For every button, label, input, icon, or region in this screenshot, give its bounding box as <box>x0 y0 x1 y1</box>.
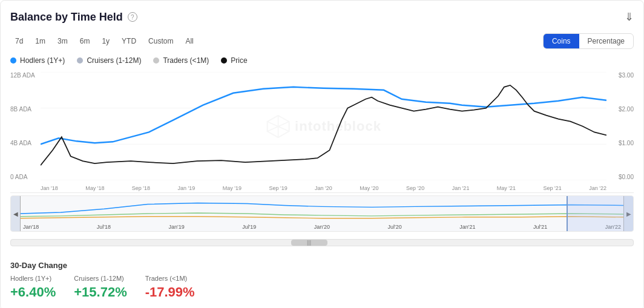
legend-cruisers: Cruisers (1-12M) <box>77 56 141 65</box>
change-traders-value: -17.99% <box>145 284 195 300</box>
change-cruisers-label: Cruisers (1-12M) <box>74 275 126 282</box>
controls-row: 7d 1m 3m 6m 1y YTD Custom All Coins Perc… <box>10 33 634 49</box>
time-buttons: 7d 1m 3m 6m 1y YTD Custom All <box>10 34 199 48</box>
legend-cruisers-dot <box>77 57 83 64</box>
x-axis-labels: Jan '18 May '18 Sep '18 Jan '19 May '19 … <box>41 185 606 191</box>
legend-price: Price <box>221 56 247 65</box>
legend-traders-label: Traders (<1M) <box>163 56 209 65</box>
time-btn-6m[interactable]: 6m <box>75 34 95 48</box>
time-btn-custom[interactable]: Custom <box>143 34 178 48</box>
change-cruisers-value: +15.72% <box>74 284 126 300</box>
page-title: Balance by Time Held <box>10 11 123 24</box>
x-label-may21: May '21 <box>497 185 516 191</box>
minimap[interactable]: ◀ ▶ Jan'18 Jul'18 Jan'19 Jul'19 Jan'20 J… <box>10 195 634 232</box>
y-label-4b: 4B ADA <box>10 140 41 146</box>
time-btn-1y[interactable]: 1y <box>97 34 114 48</box>
view-percentage-button[interactable]: Percentage <box>579 34 633 48</box>
y-axis-left: 12B ADA 8B ADA 4B ADA 0 ADA <box>10 72 41 180</box>
y-label-8b: 8B ADA <box>10 106 41 113</box>
view-toggle: Coins Percentage <box>543 33 634 49</box>
time-btn-3m[interactable]: 3m <box>53 34 73 48</box>
x-label-sep21: Sep '21 <box>544 185 562 191</box>
legend-hodlers: Hodlers (1Y+) <box>10 56 65 65</box>
x-label-jan21: Jan '21 <box>452 185 470 191</box>
change-columns: Hodlers (1Y+) +6.40% Cruisers (1-12M) +1… <box>10 275 634 300</box>
time-btn-1m[interactable]: 1m <box>30 34 50 48</box>
change-title: 30-Day Change <box>10 261 634 270</box>
scrollbar[interactable]: ||| <box>10 239 634 246</box>
legend-traders: Traders (<1M) <box>153 56 209 65</box>
minimap-x-labels: Jan'18 Jul'18 Jan'19 Jul'19 Jan'20 Jul'2… <box>21 196 623 231</box>
x-label-sep20: Sep '20 <box>406 185 424 191</box>
y-axis-right: $3.00 $2.00 $1.00 $0.00 <box>610 72 634 180</box>
header: Balance by Time Held ? ⇓ <box>10 10 634 24</box>
time-btn-all[interactable]: All <box>180 34 198 48</box>
change-cruisers: Cruisers (1-12M) +15.72% <box>74 275 126 300</box>
x-label-jan18: Jan '18 <box>41 185 58 191</box>
x-label-may18: May '18 <box>85 185 104 191</box>
change-hodlers-value: +6.40% <box>10 284 56 300</box>
y-label-3: $3.00 <box>610 72 634 79</box>
legend-price-label: Price <box>231 56 247 65</box>
header-left: Balance by Time Held ? <box>10 11 137 24</box>
legend-cruisers-label: Cruisers (1-12M) <box>87 56 141 65</box>
change-hodlers: Hodlers (1Y+) +6.40% <box>10 275 56 300</box>
scroll-thumb[interactable]: ||| <box>291 240 327 246</box>
x-label-jan19: Jan '19 <box>178 185 196 191</box>
change-traders-label: Traders (<1M) <box>145 275 195 282</box>
change-traders: Traders (<1M) -17.99% <box>145 275 195 300</box>
minimap-left-handle[interactable]: ◀ <box>11 196 21 231</box>
view-coins-button[interactable]: Coins <box>544 34 579 48</box>
chart-lines-svg <box>41 72 606 180</box>
x-label-sep19: Sep '19 <box>269 185 287 191</box>
x-label-may19: May '19 <box>223 185 242 191</box>
help-icon[interactable]: ? <box>128 12 137 22</box>
legend-hodlers-dot <box>10 57 16 64</box>
time-btn-7d[interactable]: 7d <box>10 34 28 48</box>
main-container: Balance by Time Held ? ⇓ 7d 1m 3m 6m 1y … <box>0 0 644 308</box>
x-label-sep18: Sep '18 <box>132 185 150 191</box>
y-label-0: 0 ADA <box>10 174 41 180</box>
legend-traders-dot <box>153 57 159 64</box>
chart-legend: Hodlers (1Y+) Cruisers (1-12M) Traders (… <box>10 56 634 65</box>
y-label-0usd: $0.00 <box>610 174 634 180</box>
y-label-1: $1.00 <box>610 140 634 146</box>
time-btn-ytd[interactable]: YTD <box>117 34 141 48</box>
y-label-2: $2.00 <box>610 106 634 113</box>
chart-svg-area: intotheblock <box>41 72 606 180</box>
thirty-day-change-section: 30-Day Change Hodlers (1Y+) +6.40% Cruis… <box>10 256 634 300</box>
legend-price-dot <box>221 57 227 64</box>
x-label-jan22: Jan '22 <box>589 185 606 191</box>
y-label-12b: 12B ADA <box>10 72 41 79</box>
download-icon[interactable]: ⇓ <box>625 10 634 24</box>
x-label-jan20: Jan '20 <box>315 185 332 191</box>
change-hodlers-label: Hodlers (1Y+) <box>10 275 56 282</box>
x-label-may20: May '20 <box>360 185 378 191</box>
minimap-selection[interactable] <box>567 196 633 231</box>
main-chart[interactable]: 12B ADA 8B ADA 4B ADA 0 ADA $3.00 $2.00 … <box>10 72 634 193</box>
legend-hodlers-label: Hodlers (1Y+) <box>20 56 65 65</box>
